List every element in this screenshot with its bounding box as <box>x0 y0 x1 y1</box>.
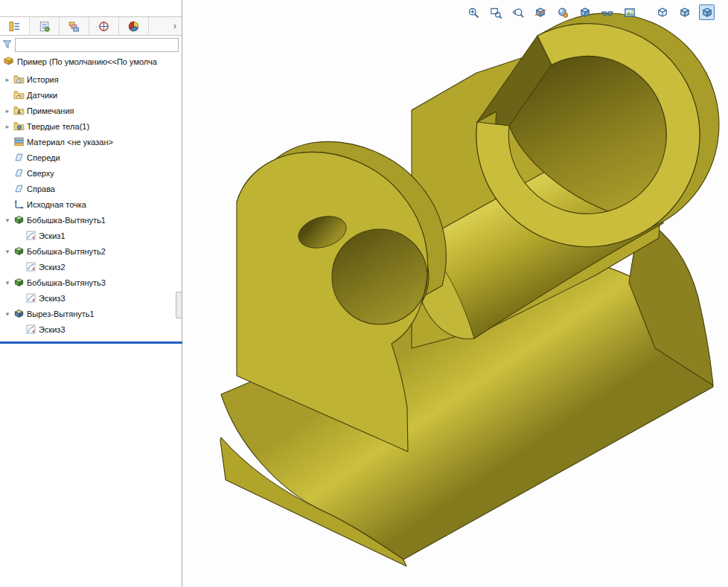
tree-item-label: Бобышка-Вытянуть1 <box>25 216 106 225</box>
tree-item[interactable]: ▸Примечания <box>0 103 182 118</box>
model-canvas[interactable] <box>182 0 728 587</box>
edit-appearance-button[interactable] <box>555 4 570 20</box>
tree-item-label: Вырез-Вытянуть1 <box>25 309 95 318</box>
sketch-icon <box>24 292 37 304</box>
history-folder-icon <box>12 74 25 85</box>
view-orientation-shaded-button[interactable] <box>677 4 692 20</box>
tree-item-label: Сверху <box>25 169 54 178</box>
view-orientation-isometric-button[interactable] <box>699 4 715 20</box>
apply-scene-button[interactable] <box>622 4 637 20</box>
tree-item[interactable]: Справа <box>0 181 182 196</box>
part-icon <box>3 55 14 68</box>
tree-root-label: Пример (По умолчанию<<По умолча <box>17 57 157 66</box>
display-style-button[interactable] <box>577 4 593 20</box>
boss-extrude-icon <box>12 214 25 225</box>
view-orientation-wire-button[interactable] <box>654 4 670 20</box>
boss-extrude-icon <box>12 246 25 257</box>
tree-item[interactable]: Исходная точка <box>0 196 182 212</box>
tree-item-label: Бобышка-Вытянуть2 <box>25 247 106 256</box>
tree-item[interactable]: Материал <не указан> <box>0 134 182 150</box>
filter-input[interactable] <box>15 38 179 52</box>
sketch-icon <box>24 230 37 241</box>
tab-displaymanager[interactable] <box>119 17 149 35</box>
tree-item[interactable]: Эскиз1 <box>0 228 182 243</box>
tree-item[interactable]: ▾Бобышка-Вытянуть3 <box>0 275 182 290</box>
plane-icon <box>12 152 25 163</box>
tree-item-label: Эскиз1 <box>37 231 66 240</box>
tree-item-label: Материал <не указан> <box>25 138 113 147</box>
tree-item-label: Эскиз3 <box>37 325 66 334</box>
tree-item[interactable]: ▾Бобышка-Вытянуть2 <box>0 243 182 259</box>
expander-icon[interactable]: ▾ <box>3 279 12 286</box>
tree-item-label: Исходная точка <box>25 200 86 209</box>
expander-icon[interactable]: ▸ <box>3 123 12 130</box>
expander-icon[interactable]: ▸ <box>3 107 12 115</box>
tree-item-label: Эскиз3 <box>37 294 66 303</box>
plane-icon <box>12 183 25 194</box>
expander-icon[interactable]: ▸ <box>3 76 12 83</box>
solids-folder-icon <box>12 121 25 132</box>
boss-extrude-icon <box>12 277 25 288</box>
tree-item-label: Эскиз2 <box>37 263 66 272</box>
tree-item[interactable]: ▾Бобышка-Вытянуть1 <box>0 212 182 228</box>
zoom-to-fit-button[interactable] <box>465 4 481 20</box>
expander-icon[interactable]: ▾ <box>3 310 12 318</box>
expander-icon[interactable]: ▾ <box>3 216 12 224</box>
sketch-icon <box>24 324 37 335</box>
tab-propertymanager[interactable] <box>30 17 60 35</box>
tabbar-overflow-chevron-icon[interactable]: › <box>149 17 182 35</box>
plane-icon <box>12 167 25 179</box>
rollback-bar[interactable] <box>0 341 182 344</box>
tab-dimxpertmanager[interactable] <box>89 17 119 35</box>
tree-item[interactable]: ▾Вырез-Вытянуть1 <box>0 306 182 321</box>
previous-view-button[interactable] <box>510 4 526 20</box>
tree-item[interactable]: Эскиз3 <box>0 321 182 337</box>
origin-icon <box>12 199 25 210</box>
feature-tree: ▸ИсторияДатчики▸Примечания▸Твердые тела(… <box>0 71 182 337</box>
tree-item-label: Твердые тела(1) <box>25 122 89 131</box>
panel-splitter-grip[interactable] <box>176 292 182 318</box>
tree-item-label: Примечания <box>25 106 74 115</box>
tree-item-label: Датчики <box>25 91 57 100</box>
tree-item[interactable]: ▸История <box>0 71 182 87</box>
tree-item-label: Бобышка-Вытянуть3 <box>25 278 106 287</box>
material-icon <box>12 136 25 147</box>
solidworks-window: › Пример (По умолчанию<<По умолча ▸Истор… <box>0 0 728 587</box>
tree-item[interactable]: Эскиз3 <box>0 290 182 306</box>
panel-tabbar: › <box>0 16 182 36</box>
tree-item[interactable]: ▸Твердые тела(1) <box>0 118 182 134</box>
tree-item[interactable]: Сверху <box>0 165 182 181</box>
filter-row <box>2 37 179 52</box>
tree-item-label: Справа <box>25 185 55 193</box>
tree-item[interactable]: Спереди <box>0 150 182 165</box>
tree-root-row[interactable]: Пример (По умолчанию<<По умолча <box>3 54 182 69</box>
cut-extrude-icon <box>12 308 25 319</box>
section-view-button[interactable] <box>532 4 548 20</box>
heads-up-toolbar <box>465 4 715 20</box>
filter-funnel-icon <box>2 39 13 50</box>
zoom-to-area-button[interactable] <box>488 4 503 20</box>
tree-item[interactable]: Датчики <box>0 87 182 103</box>
tab-configurationmanager[interactable] <box>60 17 89 35</box>
hide-show-items-button[interactable] <box>599 4 615 20</box>
tree-item-label: История <box>25 75 59 84</box>
expander-icon[interactable]: ▾ <box>3 248 12 255</box>
sketch-icon <box>24 261 37 272</box>
annotations-folder-icon <box>12 105 25 116</box>
sensors-folder-icon <box>12 89 25 100</box>
feature-manager-panel: › Пример (По умолчанию<<По умолча ▸Истор… <box>0 0 182 587</box>
tab-featuremanager[interactable] <box>0 17 30 35</box>
tree-item[interactable]: Эскиз2 <box>0 259 182 275</box>
viewport[interactable] <box>182 0 728 587</box>
tree-item-label: Спереди <box>25 153 60 162</box>
